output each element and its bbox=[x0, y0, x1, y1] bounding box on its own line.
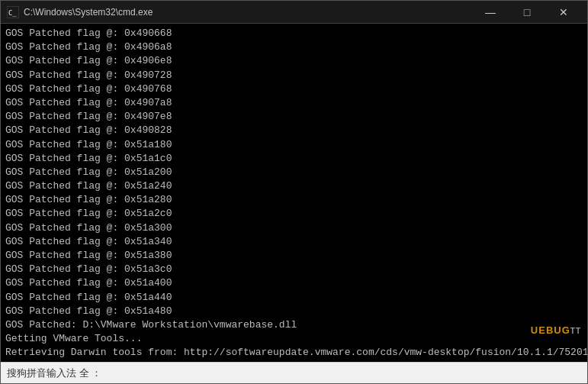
title-bar: C_ C:\Windows\System32\cmd.exe — □ ✕ bbox=[1, 1, 587, 24]
terminal-line: GOS Patched flag @: 0x51a400 bbox=[5, 276, 583, 290]
terminal-line: GOS Patched flag @: 0x490668 bbox=[5, 27, 583, 40]
window-title: C:\Windows\System32\cmd.exe bbox=[24, 7, 153, 18]
window-controls: — □ ✕ bbox=[473, 1, 581, 24]
terminal-line: GOS Patched flag @: 0x490828 bbox=[5, 124, 583, 137]
terminal-line: GOS Patched flag @: 0x51a2c0 bbox=[5, 207, 583, 221]
terminal-line: GOS Patched flag @: 0x51a380 bbox=[5, 249, 583, 263]
terminal-line: GOS Patched flag @: 0x51a200 bbox=[5, 166, 583, 179]
ime-bar: 搜狗拼音输入法 全 ： bbox=[1, 362, 587, 383]
terminal-line: GOS Patched flag @: 0x490728 bbox=[5, 69, 583, 82]
terminal-line: GOS Patched flag @: 0x490768 bbox=[5, 82, 583, 96]
watermark-text: UEBUG bbox=[531, 324, 570, 336]
terminal-line: GOS Patched flag @: 0x51a440 bbox=[5, 291, 583, 305]
terminal-line: Retrieving Darwin tools from: http://sof… bbox=[5, 346, 583, 360]
terminal-line: GOS Patched flag @: 0x51a340 bbox=[5, 235, 583, 249]
title-bar-left: C_ C:\Windows\System32\cmd.exe bbox=[7, 6, 153, 18]
cmd-window: C_ C:\Windows\System32\cmd.exe — □ ✕ GOS… bbox=[0, 0, 588, 384]
terminal-line: GOS Patched flag @: 0x51a280 bbox=[5, 193, 583, 207]
terminal-line: GOS Patched flag @: 0x51a1c0 bbox=[5, 152, 583, 166]
minimize-button[interactable]: — bbox=[473, 1, 508, 24]
terminal-line: GOS Patched flag @: 0x4906a8 bbox=[5, 40, 583, 54]
watermark: UEBUGTT bbox=[531, 324, 581, 337]
close-button[interactable]: ✕ bbox=[546, 1, 581, 24]
terminal-line: GOS Patched: D:\VMware Workstation\vmwar… bbox=[5, 318, 583, 332]
terminal-line: Retrieving DarwinPre15 tools from: http:… bbox=[5, 360, 583, 363]
terminal-line: GOS Patched flag @: 0x51a240 bbox=[5, 179, 583, 193]
terminal-line: GOS Patched flag @: 0x51a180 bbox=[5, 138, 583, 152]
maximize-button[interactable]: □ bbox=[509, 1, 545, 24]
terminal-line: GOS Patched flag @: 0x4906e8 bbox=[5, 54, 583, 68]
cmd-icon: C_ bbox=[7, 6, 19, 18]
terminal-line: GOS Patched flag @: 0x51a480 bbox=[5, 305, 583, 318]
terminal-line: GOS Patched flag @: 0x51a300 bbox=[5, 221, 583, 235]
ime-text: 搜狗拼音输入法 全 ： bbox=[7, 366, 101, 380]
terminal-line: GOS Patched flag @: 0x51a3c0 bbox=[5, 263, 583, 276]
terminal-line: GOS Patched flag @: 0x4907a8 bbox=[5, 96, 583, 110]
terminal-output: GOS Patched flag @: 0x490668GOS Patched … bbox=[1, 24, 587, 362]
terminal-line: Getting VMware Tools... bbox=[5, 332, 583, 346]
terminal-line: GOS Patched flag @: 0x4907e8 bbox=[5, 110, 583, 124]
watermark-suffix: TT bbox=[570, 327, 581, 335]
svg-text:C_: C_ bbox=[8, 8, 17, 16]
